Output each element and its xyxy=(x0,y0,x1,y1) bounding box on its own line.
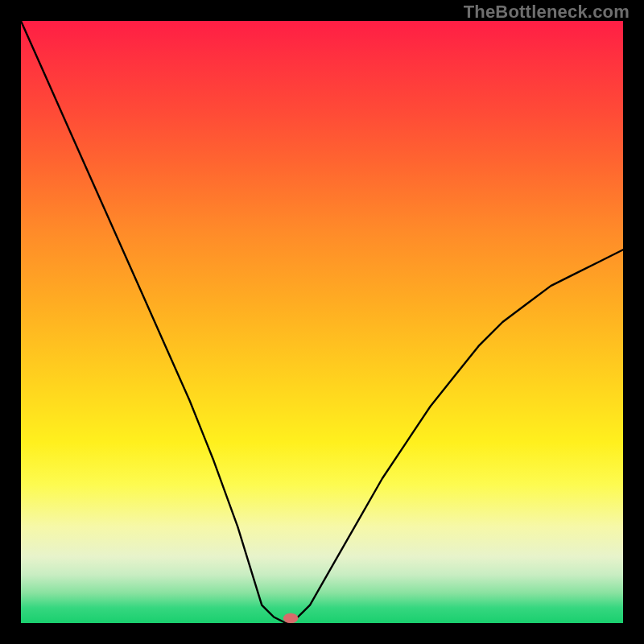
plot-area xyxy=(21,21,623,623)
watermark-text: TheBottleneck.com xyxy=(464,2,630,23)
curve-layer xyxy=(21,21,623,623)
chart-frame: TheBottleneck.com xyxy=(0,0,644,644)
optimum-marker xyxy=(283,613,298,623)
bottleneck-curve xyxy=(21,21,623,623)
